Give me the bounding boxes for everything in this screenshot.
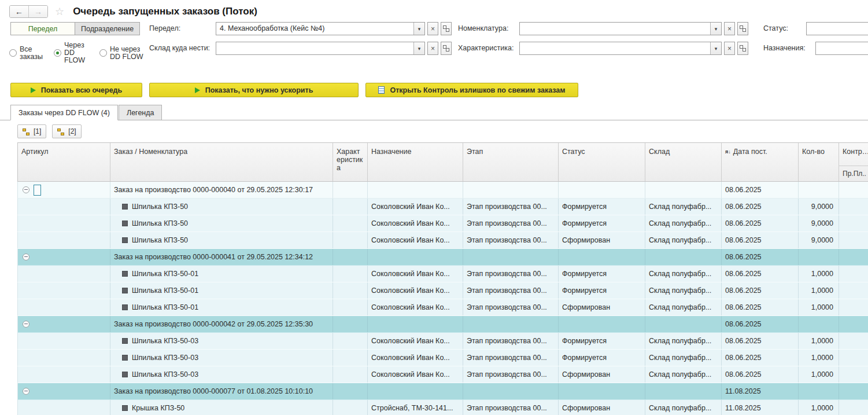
col-naznachenie[interactable]: Назначение <box>368 143 463 181</box>
open-button[interactable] <box>737 22 748 35</box>
mode-peredel-button[interactable]: Передел <box>10 22 75 35</box>
cell-art <box>18 249 110 265</box>
nomenklatura-value <box>520 23 710 35</box>
collapse-icon[interactable] <box>23 388 29 395</box>
item-name: Шпилька КПЗ-50 <box>132 219 188 227</box>
clear-button[interactable]: × <box>724 22 735 35</box>
col-kolvo[interactable]: Кол-во <box>799 143 839 181</box>
back-button[interactable]: ← <box>10 6 28 17</box>
cell-skl: Склад полуфабр... <box>645 282 722 299</box>
sklad-input[interactable]: ▾ <box>216 42 425 55</box>
tree-icon <box>57 128 65 135</box>
open-icon <box>443 25 449 32</box>
radio-all-orders[interactable]: Все заказы <box>9 46 46 61</box>
order-item-row[interactable]: Шпилька КПЗ-50-03Соколовский Иван Ко...Э… <box>17 333 868 350</box>
col-kharakteristika[interactable]: Характеристика <box>333 143 368 181</box>
col-kontrol[interactable]: Контроль Пр.Пл.. <box>839 143 868 181</box>
cell-zak: Шпилька КПЗ-50-01 <box>110 266 333 282</box>
tab-label: Заказы через DD FLOW (4) <box>19 109 110 117</box>
open-surplus-control-button[interactable]: Открыть Контроль излишков по свежим зака… <box>365 83 578 97</box>
open-icon <box>740 25 746 32</box>
kharakteristika-input[interactable]: ▾ <box>519 42 722 55</box>
cell-skl: Склад полуфабр... <box>645 199 722 215</box>
status-input[interactable] <box>806 22 868 35</box>
col-data-post[interactable]: я↓ Дата пост. <box>722 143 799 181</box>
cell-skl: Склад полуфабр... <box>645 232 722 248</box>
show-urgent-button[interactable]: Показать, что нужно ускорить <box>149 83 359 97</box>
order-item-row[interactable]: Шпилька КПЗ-50-03Соколовский Иван Ко...Э… <box>17 366 868 383</box>
cell-zak: Заказ на производство 0000-000041 от 29.… <box>110 249 333 265</box>
tab-orders-dd-flow[interactable]: Заказы через DD FLOW (4) <box>10 105 118 120</box>
expand-level-2-button[interactable]: [2] <box>52 124 81 138</box>
order-group-row[interactable]: Заказ на производство 0000-000041 от 29.… <box>17 249 868 266</box>
tab-legend[interactable]: Легенда <box>119 105 162 120</box>
cell-qty <box>799 383 839 399</box>
cell-qty <box>799 316 839 332</box>
open-button[interactable] <box>441 42 452 55</box>
cell-date: 08.06.2025 <box>722 215 799 232</box>
nomenclature-icon <box>122 372 128 377</box>
clear-button[interactable]: × <box>724 42 735 55</box>
cell-ctl <box>839 215 868 232</box>
tab-label: Легенда <box>127 109 154 117</box>
page-title: Очередь запущенных заказов (Поток) <box>73 6 257 17</box>
dropdown-arrow-icon[interactable]: ▾ <box>413 42 424 54</box>
col-status[interactable]: Статус <box>559 143 645 181</box>
item-name: Шпилька КПЗ-50 <box>132 203 188 211</box>
order-item-row[interactable]: Шпилька КПЗ-50-01Соколовский Иван Ко...Э… <box>17 282 868 299</box>
collapse-icon[interactable] <box>23 186 29 193</box>
cell-status: Сформирован <box>559 366 645 383</box>
order-item-row[interactable]: Крышка КПЗ-50Стройснаб, ТМ-30-141...Этап… <box>17 400 868 415</box>
nomenklatura-input[interactable]: ▾ <box>519 22 722 35</box>
cell-purp: Соколовский Иван Ко... <box>368 199 463 215</box>
mode-podrazdelenie-button[interactable]: Подразделение <box>75 22 140 35</box>
collapse-icon[interactable] <box>23 321 29 328</box>
order-item-row[interactable]: Шпилька КПЗ-50-03Соколовский Иван Ко...Э… <box>17 350 868 366</box>
report-icon <box>378 86 385 94</box>
expand-level-1-button[interactable]: [1] <box>17 124 46 138</box>
show-all-queue-button[interactable]: Показать всю очередь <box>10 83 142 97</box>
cell-art <box>18 199 110 215</box>
open-button[interactable] <box>737 42 748 55</box>
col-artikul[interactable]: Артикул <box>18 143 110 181</box>
order-group-row[interactable]: Заказ на производство 0000-000077 от 01.… <box>17 383 868 400</box>
cell-status <box>559 383 645 399</box>
cell-ctl <box>839 366 868 383</box>
col-zakaz-nomenklatura[interactable]: Заказ / Номенклатура <box>110 143 333 181</box>
dropdown-arrow-icon[interactable]: ▾ <box>710 42 721 54</box>
cell-purp <box>368 383 463 399</box>
clear-button[interactable]: × <box>427 22 438 35</box>
play-icon <box>31 87 36 93</box>
open-button[interactable] <box>441 22 452 35</box>
cell-date: 08.06.2025 <box>722 333 799 349</box>
radio-not-via-dd-flow[interactable]: Не через DD FLOW <box>99 46 146 61</box>
forward-button[interactable]: → <box>28 6 47 17</box>
favorite-star-icon[interactable]: ☆ <box>55 6 64 17</box>
radio-via-dd-flow[interactable]: Через DD FLOW <box>54 42 92 64</box>
cell-ctl <box>839 383 868 399</box>
col-etap[interactable]: Этап <box>463 143 559 181</box>
cell-status: Формируется <box>559 350 645 366</box>
cell-art <box>18 333 110 349</box>
order-group-row[interactable]: Заказ на производство 0000-000042 от 29.… <box>17 316 868 333</box>
cell-purp: Соколовский Иван Ко... <box>368 333 463 349</box>
peredel-input[interactable]: 4. Механообработка (Кейс №4) ▾ <box>216 22 425 35</box>
col-sklad[interactable]: Склад <box>645 143 722 181</box>
dropdown-arrow-icon[interactable]: ▾ <box>710 23 721 35</box>
clear-button[interactable]: × <box>427 42 438 55</box>
cell-art <box>18 282 110 299</box>
order-item-row[interactable]: Шпилька КПЗ-50-01Соколовский Иван Ко...Э… <box>17 266 868 282</box>
order-group-row[interactable]: Заказ на производство 0000-000040 от 29.… <box>17 182 868 199</box>
cell-date: 08.06.2025 <box>722 232 799 248</box>
order-item-row[interactable]: Шпилька КПЗ-50-01Соколовский Иван Ко...Э… <box>17 299 868 316</box>
collapse-icon[interactable] <box>23 254 29 260</box>
cell-skl: Склад полуфабр... <box>645 400 722 415</box>
order-item-row[interactable]: Шпилька КПЗ-50Соколовский Иван Ко...Этап… <box>17 232 868 249</box>
cell-stage: Этап производства 00... <box>463 199 559 215</box>
cell-qty: 1,0000 <box>799 400 839 415</box>
order-item-row[interactable]: Шпилька КПЗ-50Соколовский Иван Ко...Этап… <box>17 215 868 232</box>
cell-status: Формируется <box>559 215 645 232</box>
naznachenia-input[interactable] <box>815 42 868 55</box>
order-item-row[interactable]: Шпилька КПЗ-50Соколовский Иван Ко...Этап… <box>17 199 868 215</box>
dropdown-arrow-icon[interactable]: ▾ <box>413 23 424 35</box>
